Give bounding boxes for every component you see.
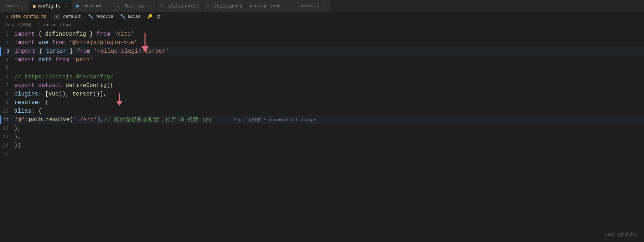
tab-label: ▽ .fest.vue xyxy=(117,4,145,9)
tab-packagejson[interactable]: package.json ·· xyxy=(246,0,293,12)
code-text-14: }) xyxy=(14,142,21,149)
code-line-6: 6 // https://vitejs.dev/config/ xyxy=(0,73,644,81)
code-line-14: 14 }) xyxy=(0,141,644,150)
tab-exits[interactable]: .exits ·· xyxy=(0,0,29,12)
code-text-2: import vue from '@vitejs/plugin-vue' xyxy=(14,40,138,46)
code-line-3: 3 import { terser } from 'rollup-plugin-… xyxy=(0,47,644,56)
code-text-12: }, xyxy=(14,125,21,132)
tab-maints[interactable]: → main.ts ·· xyxy=(292,0,331,12)
tab-label: package.json xyxy=(250,4,280,9)
code-line-5: 5 xyxy=(0,64,644,73)
line-number-8: 8 xyxy=(0,90,14,98)
tab-label: config.ts xyxy=(37,4,61,9)
watermark: CSDN @林多多@ xyxy=(603,231,637,238)
code-text-5 xyxy=(14,65,18,72)
tab-label: index.md xyxy=(81,4,101,9)
code-text-3: import { terser } from 'rollup-plugin-te… xyxy=(15,48,169,55)
breadcrumb-sep2: › xyxy=(83,14,86,19)
tab-label: .exits xyxy=(4,4,19,9)
breadcrumb-sep: › xyxy=(48,14,51,19)
line-number-4: 4 xyxy=(0,56,14,64)
breadcrumb-resolve[interactable]: resolve xyxy=(96,14,113,19)
code-text-15 xyxy=(14,151,18,157)
line-number-1: 1 xyxy=(0,30,14,38)
editor: 1 import { defineConfig } from 'vite' 2 … xyxy=(0,29,644,158)
code-text-13: }, xyxy=(14,134,21,140)
code-text-4: import path from 'path' xyxy=(14,57,93,63)
breadcrumb-icon2: [@] xyxy=(53,14,61,19)
line-number-6: 6 xyxy=(0,73,14,81)
breadcrumb-sep3: › xyxy=(115,14,118,19)
line-number-2: 2 xyxy=(0,38,14,47)
author-name: You, 1秒钟前 | 1 author (You) xyxy=(6,23,72,27)
code-line-4: 4 import path from 'path' xyxy=(0,56,644,64)
code-line-2: 2 import vue from '@vitejs/plugin-vue' xyxy=(0,38,644,47)
line-number-13: 13 xyxy=(0,133,14,141)
breadcrumb: ⚡ vite.config.ts › [@] default › 🔧 resol… xyxy=(0,12,644,21)
watermark-text: CSDN @林多多@ xyxy=(603,232,637,237)
line-number-9: 9 xyxy=(0,98,14,107)
line-number-5: 5 xyxy=(0,64,14,73)
breadcrumb-icon4: 🔧 xyxy=(120,14,125,19)
line-number-14: 14 xyxy=(0,141,14,150)
line-number-12: 12 xyxy=(0,124,14,133)
code-line-7: 7 export default defineConfig({ xyxy=(0,81,644,90)
line-number-11: 11 xyxy=(1,115,15,124)
code-line-9: 9 resolve: { xyxy=(0,98,644,107)
tab-modified-dot xyxy=(76,5,79,7)
git-blame-11: You，1秒钟前 • Uncommitted changes xyxy=(234,117,318,123)
code-text-9: resolve: { xyxy=(14,99,48,106)
tab-config[interactable]: config.ts ·· xyxy=(29,0,72,12)
code-line-12: 12 }, xyxy=(0,124,644,133)
breadcrumb-file[interactable]: vite.config.ts xyxy=(10,14,46,19)
tab-styleignore[interactable]: ▽ .styleignore xyxy=(203,0,246,12)
code-text-1: import { defineConfig } from 'vite' xyxy=(14,31,134,37)
code-text-10: alias: { xyxy=(14,108,42,114)
breadcrumb-default[interactable]: default xyxy=(63,14,81,19)
tab-label: → main.ts xyxy=(296,4,319,9)
code-line-11: 11 '@': path.resolve('./src'), // 相对路径别名… xyxy=(0,115,644,124)
tab-indexmd[interactable]: index.md ·· xyxy=(72,0,113,12)
tab-styleintrejs[interactable]: ▽ .styleintrels xyxy=(157,0,203,12)
line-number-15: 15 xyxy=(0,150,14,158)
breadcrumb-icon: ⚡ xyxy=(6,14,8,19)
line-number-10: 10 xyxy=(0,107,14,115)
line-number-7: 7 xyxy=(0,81,14,90)
breadcrumb-sep4: › xyxy=(143,14,145,19)
code-line-13: 13 }, xyxy=(0,133,644,141)
code-text-11: '@': path.resolve('./src'), // 相对路径别名配置，… xyxy=(15,116,637,124)
tab-label: ▽ .styleignore xyxy=(206,4,242,9)
breadcrumb-at[interactable]: '@' xyxy=(155,14,163,19)
code-line-15: 15 xyxy=(0,150,644,158)
code-line-1: 1 import { defineConfig } from 'vite' xyxy=(0,30,644,38)
code-text-8: plugins: [vue(), terser()], xyxy=(14,91,107,97)
line-number-3: 3 xyxy=(1,47,15,56)
tab-festvue[interactable]: ▽ .fest.vue ·· xyxy=(113,0,156,12)
breadcrumb-icon5: 🔑 xyxy=(147,14,153,19)
code-line-10: 10 alias: { xyxy=(0,107,644,115)
code-line-8: 8 plugins: [vue(), terser()], xyxy=(0,90,644,98)
tab-label: ▽ .styleintrels xyxy=(160,4,199,9)
breadcrumb-icon3: 🔧 xyxy=(88,14,93,19)
breadcrumb-alias[interactable]: alias xyxy=(128,14,140,19)
code-text-7: export default defineConfig({ xyxy=(14,82,113,89)
code-text-6: // https://vitejs.dev/config/ xyxy=(14,74,113,80)
author-line: You, 1秒钟前 | 1 author (You) xyxy=(0,21,644,29)
tab-bar: .exits ·· config.ts ·· index.md ·· ▽ .fe… xyxy=(0,0,644,12)
tab-modified-dot xyxy=(33,5,36,8)
